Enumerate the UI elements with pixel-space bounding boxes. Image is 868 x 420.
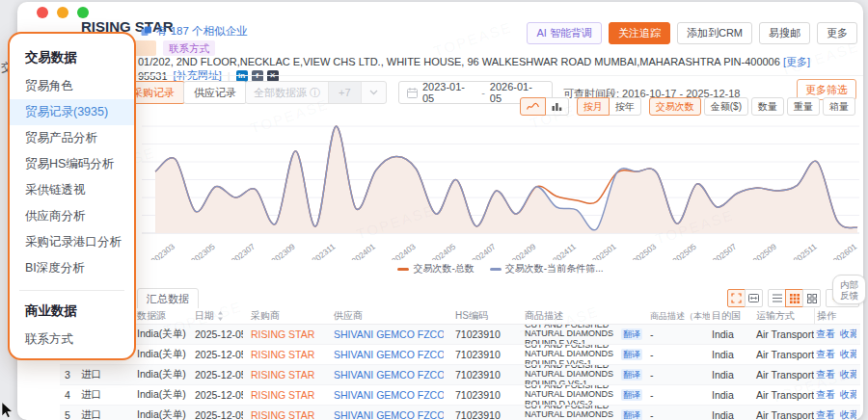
window-controls xyxy=(37,7,89,18)
favorite-link[interactable]: 收藏 xyxy=(840,368,856,381)
cell-buyer[interactable]: RISING STAR xyxy=(243,406,322,420)
column-header-local: 商品描述（本地语） xyxy=(642,308,710,324)
view-link[interactable]: 查看 xyxy=(816,368,835,381)
close-window-icon[interactable] xyxy=(37,7,48,18)
cell-type: 进口 xyxy=(75,365,129,384)
sidebar-item-贸易记录(3935)[interactable]: 贸易记录(3935) xyxy=(10,99,134,125)
cell-actions: 查看收藏 xyxy=(814,325,856,344)
sidebar-item-采购记录港口分析[interactable]: 采购记录港口分析 xyxy=(10,229,134,255)
fit-width-icon[interactable] xyxy=(745,289,763,307)
view-link[interactable]: 查看 xyxy=(816,328,835,341)
favorite-link[interactable]: 收藏 xyxy=(840,348,856,361)
cell-transport: Air Transport xyxy=(752,406,814,420)
column-header-dest: 目的国 xyxy=(710,308,752,324)
sidebar-item-联系方式[interactable]: 联系方式 xyxy=(10,327,134,353)
favorite-link[interactable]: 收藏 xyxy=(840,328,856,341)
table-row: 2进口India(关单)2025-12-05RISING STARSHIVANI… xyxy=(60,345,860,365)
internal-feedback-badge[interactable]: 内部 反馈 xyxy=(832,275,866,304)
cell-actions: 查看收藏 xyxy=(814,385,856,405)
header-action-添加到CRM[interactable]: 添加到CRM xyxy=(677,22,752,44)
sidebar-item-贸易HS编码分析[interactable]: 贸易HS编码分析 xyxy=(10,151,134,177)
cell-dest: India xyxy=(710,365,752,384)
cell-transport: Air Transport xyxy=(752,365,814,384)
column-header-date[interactable]: 日期 xyxy=(189,308,243,324)
svg-text:202407: 202407 xyxy=(470,242,498,260)
header-action-更多[interactable]: 更多 xyxy=(817,22,857,44)
translate-link[interactable]: 翻译 xyxy=(621,369,642,381)
svg-text:202601: 202601 xyxy=(831,242,859,260)
list-view-icon[interactable] xyxy=(768,289,786,307)
translate-link[interactable]: 翻译 xyxy=(621,389,642,401)
cell-supplier[interactable]: SHIVANI GEMCO FZCO xyxy=(322,345,444,364)
sidebar-item-供应商分析[interactable]: 供应商分析 xyxy=(10,203,134,229)
view-link[interactable]: 查看 xyxy=(816,408,835,420)
cell-supplier[interactable]: SHIVANI GEMCO FZCO xyxy=(322,385,444,405)
svg-text:202503: 202503 xyxy=(631,242,659,260)
header-action-AI 智能背调[interactable]: AI 智能背调 xyxy=(527,22,601,44)
cell-type: 进口 xyxy=(75,406,129,420)
info-icon: ⓘ xyxy=(310,86,320,100)
svg-text:202405: 202405 xyxy=(430,242,458,260)
sidebar-item-BI深度分析[interactable]: BI深度分析 xyxy=(10,255,134,281)
header-action-易搜邮[interactable]: 易搜邮 xyxy=(759,22,810,44)
favorite-link[interactable]: 收藏 xyxy=(840,408,856,420)
view-link[interactable]: 查看 xyxy=(816,348,835,361)
period-tab-按月[interactable]: 按月 xyxy=(577,97,610,116)
date-start: 2023-01-05 xyxy=(422,81,476,104)
tab-supply-records[interactable]: 供应记录 xyxy=(183,81,247,104)
similar-companies-link[interactable]: 有 187 个相似企业 xyxy=(141,24,248,39)
translate-link[interactable]: 翻译 xyxy=(621,349,642,360)
column-header-source: 数据源 xyxy=(129,308,189,324)
translate-link[interactable]: 翻译 xyxy=(621,409,642,420)
header-action-buttons: AI 智能背调关注追踪添加到CRM易搜邮更多 xyxy=(527,22,857,44)
cell-desc: CUT AND POLISHED NATURAL DIAMONDS ROUND … xyxy=(519,385,642,405)
translate-link[interactable]: 翻译 xyxy=(621,328,642,340)
legend-item[interactable]: 交易次数-总数 xyxy=(397,262,474,276)
svg-text:202401: 202401 xyxy=(350,242,378,260)
column-header-hs: HS编码 xyxy=(444,308,519,324)
cell-local: - xyxy=(642,385,710,405)
sidebar-item-贸易产品分析[interactable]: 贸易产品分析 xyxy=(10,125,134,151)
cell-buyer[interactable]: RISING STAR xyxy=(243,325,322,344)
sidebar-item-贸易角色[interactable]: 贸易角色 xyxy=(10,73,134,99)
view-link[interactable]: 查看 xyxy=(816,388,835,402)
sort-icon xyxy=(217,311,224,321)
cell-buyer[interactable]: RISING STAR xyxy=(243,385,322,405)
cell-num: 4 xyxy=(60,385,75,405)
cell-supplier[interactable]: SHIVANI GEMCO FZCO xyxy=(322,406,444,420)
header-action-关注追踪[interactable]: 关注追踪 xyxy=(609,22,670,44)
metric-tab-交易次数[interactable]: 交易次数 xyxy=(649,97,701,116)
datasource-select[interactable]: 全部数据源ⓘ +7 xyxy=(245,81,387,104)
address-more-link[interactable]: [更多] xyxy=(783,56,810,67)
maximize-window-icon[interactable] xyxy=(77,7,89,18)
legend-item[interactable]: 交易次数-当前条件筛... xyxy=(490,262,604,276)
table-header-row: 数据源日期采购商供应商HS编码商品描述商品描述（本地语）目的国运输方式操作 xyxy=(60,308,860,325)
similar-companies-icon xyxy=(141,26,152,37)
cell-hs: 71023910 xyxy=(444,345,519,364)
card-grid-view-icon[interactable] xyxy=(802,289,821,307)
minimize-window-icon[interactable] xyxy=(57,7,68,18)
table-row: 5进口India(关单)2025-12-05RISING STARSHIVANI… xyxy=(60,406,860,420)
sidebar-item-采供链透视[interactable]: 采供链透视 xyxy=(10,177,134,203)
records-table: 数据源日期采购商供应商HS编码商品描述商品描述（本地语）目的国运输方式操作1进口… xyxy=(60,308,860,420)
sidebar-item-实景地图[interactable]: 实景地图 xyxy=(10,353,134,360)
app-window: TOPEASETOPEASETOPEASETOPEASETOPEASETOPEA… xyxy=(17,2,863,420)
svg-text:202509: 202509 xyxy=(751,242,779,260)
cell-transport: Air Transport xyxy=(752,325,814,344)
line-chart-icon[interactable] xyxy=(520,97,546,116)
expand-view-icon[interactable] xyxy=(727,289,746,307)
favorite-link[interactable]: 收藏 xyxy=(840,388,856,402)
cell-buyer[interactable]: RISING STAR xyxy=(243,365,322,384)
cell-local: - xyxy=(642,325,710,344)
cell-supplier[interactable]: SHIVANI GEMCO FZCO xyxy=(322,325,444,344)
cell-desc: CUT AND POLISHED NATURAL DIAMONDS ROUND … xyxy=(519,406,642,420)
svg-text:202305: 202305 xyxy=(189,242,217,260)
chart-legend: 交易次数-总数交易次数-当前条件筛... xyxy=(138,262,863,276)
popup-sidebar-menu: 交易数据贸易角色贸易记录(3935)贸易产品分析贸易HS编码分析采供链透视供应商… xyxy=(8,32,136,360)
cell-buyer[interactable]: RISING STAR xyxy=(243,345,322,364)
svg-text:202501: 202501 xyxy=(590,242,618,260)
company-tags: 联系方式 xyxy=(131,40,215,56)
cell-supplier[interactable]: SHIVANI GEMCO FZCO xyxy=(322,365,444,384)
dense-grid-view-icon[interactable] xyxy=(785,289,803,307)
tab-summary-data[interactable]: 汇总数据 xyxy=(137,288,199,309)
